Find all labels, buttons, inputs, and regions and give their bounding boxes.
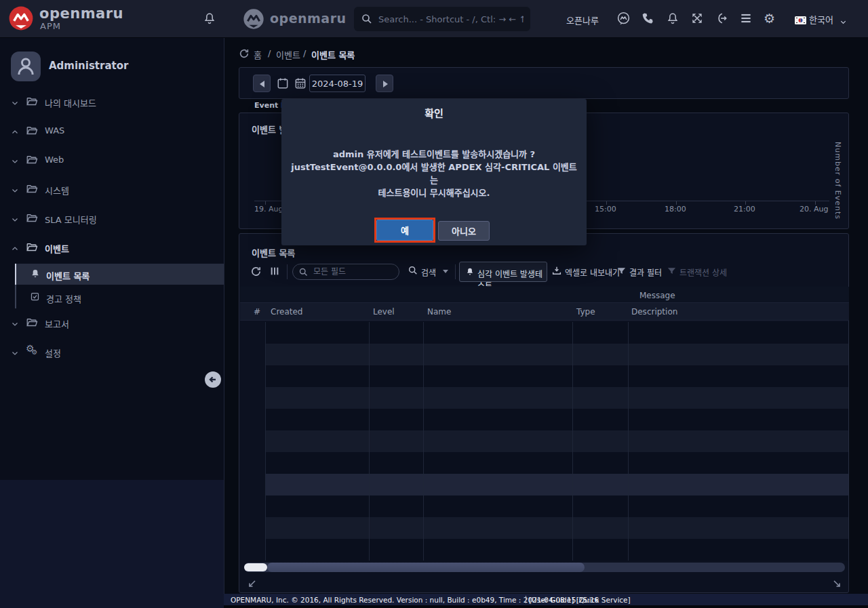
- dialog-title: 확인: [281, 106, 587, 120]
- dialog-message: admin 유저에게 테스트이벤트를 발송하시겠습니까 ? justTestEv…: [288, 148, 580, 199]
- dialog-message-line: 테스트용이니 무시해주십시오.: [288, 186, 580, 199]
- confirm-yes-button[interactable]: 예: [376, 220, 433, 241]
- confirm-dialog: 확인 admin 유저에게 테스트이벤트를 발송하시겠습니까 ? justTes…: [281, 99, 587, 245]
- app-root: openmaru APM openmaru 오픈나루: [0, 0, 868, 608]
- dialog-message-line: justTestEvent@0.0.0.0에서 발생한 APDEX 심각-CRI…: [288, 161, 580, 186]
- modal-backdrop: [0, 0, 868, 608]
- yes-button-highlight: 예: [374, 218, 435, 243]
- dialog-message-line: admin 유저에게 테스트이벤트를 발송하시겠습니까 ?: [288, 148, 580, 161]
- confirm-no-button[interactable]: 아니오: [438, 221, 490, 241]
